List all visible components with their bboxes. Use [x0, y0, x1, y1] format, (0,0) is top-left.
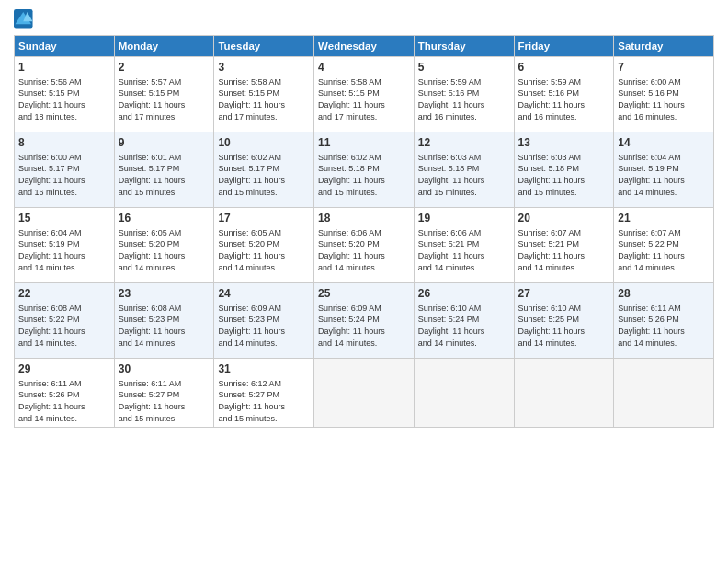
- cell-line: Sunset: 5:26 PM: [18, 389, 110, 401]
- cell-line: Daylight: 11 hours: [318, 326, 410, 338]
- cell-line: Sunset: 5:18 PM: [318, 163, 410, 175]
- day-number: 3: [218, 60, 310, 75]
- cell-line: Daylight: 11 hours: [418, 175, 510, 187]
- day-number: 19: [418, 211, 510, 226]
- cell-line: Daylight: 11 hours: [318, 99, 410, 111]
- cell-line: Sunrise: 5:59 AM: [518, 76, 610, 88]
- cell-line: Sunset: 5:24 PM: [318, 314, 410, 326]
- day-number: 12: [418, 135, 510, 151]
- cell-line: Sunset: 5:17 PM: [119, 163, 210, 175]
- cell-line: and 17 minutes.: [119, 111, 210, 123]
- cell-line: Sunset: 5:19 PM: [618, 163, 710, 175]
- day-number: 20: [518, 211, 610, 226]
- cell-line: and 14 minutes.: [119, 338, 210, 350]
- calendar-cell: 16Sunrise: 6:05 AMSunset: 5:20 PMDayligh…: [114, 208, 214, 283]
- cell-line: Sunset: 5:23 PM: [218, 314, 310, 326]
- cell-line: Sunrise: 5:59 AM: [418, 76, 510, 88]
- cell-line: Daylight: 11 hours: [218, 250, 310, 262]
- cell-line: and 14 minutes.: [618, 187, 710, 199]
- cell-line: Daylight: 11 hours: [518, 326, 610, 338]
- cell-line: Sunrise: 6:10 AM: [418, 303, 510, 315]
- cell-line: Daylight: 11 hours: [518, 99, 610, 111]
- cell-line: Sunrise: 6:08 AM: [119, 303, 210, 315]
- day-number: 26: [418, 286, 510, 302]
- weekday-header: Thursday: [414, 36, 514, 57]
- cell-line: Sunrise: 6:09 AM: [318, 303, 410, 315]
- cell-line: Daylight: 11 hours: [218, 175, 310, 187]
- calendar-cell: 17Sunrise: 6:05 AMSunset: 5:20 PMDayligh…: [214, 208, 314, 283]
- day-number: 25: [318, 286, 410, 302]
- cell-line: Daylight: 11 hours: [119, 326, 210, 338]
- cell-line: Sunset: 5:25 PM: [518, 314, 610, 326]
- cell-line: Sunrise: 6:07 AM: [518, 227, 610, 239]
- cell-line: and 15 minutes.: [119, 187, 210, 199]
- logo-icon: [14, 9, 34, 29]
- cell-line: Sunset: 5:27 PM: [119, 389, 210, 401]
- calendar-cell: 11Sunrise: 6:02 AMSunset: 5:18 PMDayligh…: [314, 132, 415, 208]
- calendar-cell: 25Sunrise: 6:09 AMSunset: 5:24 PMDayligh…: [314, 283, 415, 359]
- calendar-cell: 27Sunrise: 6:10 AMSunset: 5:25 PMDayligh…: [514, 283, 614, 359]
- day-number: 24: [218, 286, 310, 302]
- cell-line: and 14 minutes.: [618, 262, 710, 274]
- cell-line: Sunrise: 6:05 AM: [119, 227, 210, 239]
- cell-line: and 15 minutes.: [119, 413, 210, 425]
- cell-line: and 14 minutes.: [418, 338, 510, 350]
- calendar-cell: 29Sunrise: 6:11 AMSunset: 5:26 PMDayligh…: [15, 359, 115, 428]
- cell-line: Sunset: 5:17 PM: [218, 163, 310, 175]
- cell-line: Daylight: 11 hours: [119, 250, 210, 262]
- calendar-cell: 22Sunrise: 6:08 AMSunset: 5:22 PMDayligh…: [15, 283, 115, 359]
- cell-line: Sunrise: 6:06 AM: [418, 227, 510, 239]
- calendar-cell: 2Sunrise: 5:57 AMSunset: 5:15 PMDaylight…: [114, 57, 214, 132]
- cell-line: Sunrise: 6:02 AM: [218, 152, 310, 164]
- cell-line: and 15 minutes.: [218, 187, 310, 199]
- calendar-cell: [514, 359, 614, 428]
- cell-line: Sunrise: 6:11 AM: [618, 303, 710, 315]
- cell-line: and 15 minutes.: [218, 413, 310, 425]
- weekday-header: Tuesday: [214, 36, 314, 57]
- calendar-cell: 31Sunrise: 6:12 AMSunset: 5:27 PMDayligh…: [214, 359, 314, 428]
- cell-line: Daylight: 11 hours: [318, 250, 410, 262]
- cell-line: Sunset: 5:16 PM: [518, 87, 610, 99]
- cell-line: Sunrise: 6:04 AM: [618, 152, 710, 164]
- cell-line: Daylight: 11 hours: [18, 175, 110, 187]
- cell-line: Sunrise: 6:08 AM: [18, 303, 110, 315]
- day-number: 27: [518, 286, 610, 302]
- cell-line: Daylight: 11 hours: [618, 326, 710, 338]
- cell-line: Sunset: 5:20 PM: [119, 238, 210, 250]
- cell-line: Daylight: 11 hours: [119, 99, 210, 111]
- cell-line: Sunrise: 6:07 AM: [618, 227, 710, 239]
- weekday-header: Wednesday: [314, 36, 415, 57]
- cell-line: Sunrise: 6:11 AM: [119, 378, 210, 390]
- cell-line: Daylight: 11 hours: [119, 175, 210, 187]
- cell-line: and 14 minutes.: [18, 413, 110, 425]
- cell-line: and 14 minutes.: [18, 262, 110, 274]
- cell-line: Sunset: 5:19 PM: [18, 238, 110, 250]
- day-number: 11: [318, 135, 410, 151]
- cell-line: Daylight: 11 hours: [318, 175, 410, 187]
- day-number: 1: [18, 60, 110, 75]
- day-number: 14: [618, 135, 710, 151]
- cell-line: Sunset: 5:20 PM: [218, 238, 310, 250]
- day-number: 29: [18, 362, 110, 377]
- day-number: 6: [518, 60, 610, 75]
- calendar-cell: [414, 359, 514, 428]
- cell-line: and 14 minutes.: [318, 338, 410, 350]
- cell-line: Sunset: 5:15 PM: [318, 87, 410, 99]
- cell-line: Daylight: 11 hours: [18, 401, 110, 413]
- cell-line: Daylight: 11 hours: [618, 99, 710, 111]
- cell-line: Sunset: 5:18 PM: [518, 163, 610, 175]
- cell-line: Sunrise: 6:09 AM: [218, 303, 310, 315]
- weekday-header: Saturday: [614, 36, 714, 57]
- cell-line: and 14 minutes.: [518, 338, 610, 350]
- calendar-cell: 14Sunrise: 6:04 AMSunset: 5:19 PMDayligh…: [614, 132, 714, 208]
- logo: [14, 9, 37, 29]
- cell-line: Sunrise: 6:02 AM: [318, 152, 410, 164]
- cell-line: Sunset: 5:22 PM: [618, 238, 710, 250]
- cell-line: and 14 minutes.: [618, 338, 710, 350]
- cell-line: Sunrise: 6:01 AM: [119, 152, 210, 164]
- calendar-cell: 4Sunrise: 5:58 AMSunset: 5:15 PMDaylight…: [314, 57, 415, 132]
- day-number: 7: [618, 60, 710, 75]
- cell-line: Daylight: 11 hours: [18, 250, 110, 262]
- calendar-cell: 15Sunrise: 6:04 AMSunset: 5:19 PMDayligh…: [15, 208, 115, 283]
- calendar-cell: 10Sunrise: 6:02 AMSunset: 5:17 PMDayligh…: [214, 132, 314, 208]
